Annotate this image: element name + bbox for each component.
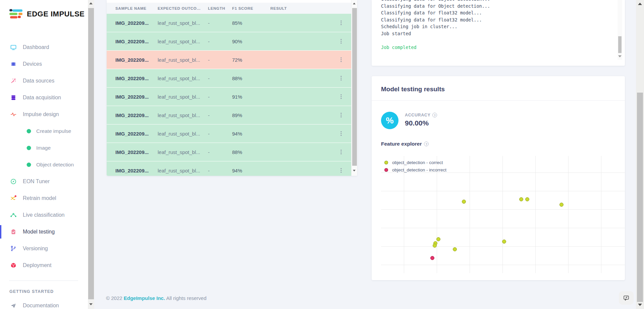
sidebar-item-data-acquisition[interactable]: Data acquisition <box>0 89 88 106</box>
results-title: Model testing results <box>381 86 445 93</box>
sidebar-item-create-impulse[interactable]: Create impulse <box>0 123 88 140</box>
sidebar-item-label: Impulse design <box>23 111 59 117</box>
table-row[interactable]: IMG_202209... leaf_rust_spot_bl... - 85% <box>107 14 351 32</box>
main-scrollbar-thumb[interactable] <box>637 93 643 302</box>
sidebar-item-data-sources[interactable]: Data sources <box>0 72 88 89</box>
table-scrollbar-thumb[interactable] <box>352 8 357 166</box>
scatter-point[interactable] <box>559 203 564 207</box>
job-log-panel: Classifying data for Object detection...… <box>372 0 625 66</box>
sidebar-scrollbar-thumb[interactable] <box>88 8 94 299</box>
row-menu-button[interactable] <box>331 19 351 26</box>
table-row[interactable]: IMG_202209... leaf_rust_spot_bl... - 88% <box>107 143 351 161</box>
sidebar-item-live-classification[interactable]: Live classification <box>0 207 88 223</box>
scroll-down-icon[interactable] <box>618 55 622 57</box>
cell-sample-name: IMG_202209... <box>115 94 158 100</box>
scroll-up-icon[interactable] <box>353 3 356 4</box>
sidebar-item-label: Dashboard <box>23 44 49 50</box>
wand-icon <box>10 78 17 84</box>
table-row[interactable]: IMG_202209... leaf_rust_spot_bl... - 94% <box>107 161 351 176</box>
scatter-point[interactable] <box>525 197 529 201</box>
cell-f1-score: 90% <box>232 39 270 44</box>
sidebar-item-label: Data sources <box>23 78 54 84</box>
col-expected-outcome: EXPECTED OUTCO... <box>158 6 208 10</box>
table-scrollbar[interactable] <box>351 0 357 176</box>
dots-v-icon <box>338 130 344 137</box>
scatter-point[interactable] <box>453 247 457 251</box>
sidebar-item-retrain-model[interactable]: Retrain model <box>0 190 88 207</box>
sidebar-item-object-detection[interactable]: Object detection <box>0 156 88 173</box>
help-icon[interactable]: ? <box>432 113 437 117</box>
cell-expected-outcome: leaf_rust_spot_bl... <box>158 94 208 100</box>
table-row[interactable]: IMG_202209... leaf_rust_spot_bl... - 89% <box>107 106 351 124</box>
main-scrollbar[interactable] <box>636 0 644 309</box>
cell-sample-name: IMG_202209... <box>115 75 158 81</box>
row-menu-button[interactable] <box>331 93 351 100</box>
scroll-up-icon[interactable] <box>89 2 93 4</box>
sidebar-item-dashboard[interactable]: Dashboard <box>0 39 88 56</box>
row-menu-button[interactable] <box>331 38 351 45</box>
table-body: IMG_202209... leaf_rust_spot_bl... - 85%… <box>107 14 351 176</box>
row-menu-button[interactable] <box>331 112 351 118</box>
sidebar-item-eon-tuner[interactable]: EON Tuner <box>0 173 88 190</box>
feature-explorer-chart[interactable]: object_detection - correct object_detect… <box>381 156 625 273</box>
cell-length: - <box>208 57 232 63</box>
cell-sample-name: IMG_202209... <box>115 20 158 26</box>
footer-company-link[interactable]: EdgeImpulse Inc. <box>124 295 165 301</box>
scatter-point[interactable] <box>433 244 437 248</box>
sidebar-item-devices[interactable]: Devices <box>0 56 88 72</box>
sidebar-item-impulse-design[interactable]: Impulse design <box>0 106 88 123</box>
sidebar-item-label: EON Tuner <box>23 178 50 185</box>
table-row[interactable]: IMG_202209... leaf_rust_spot_bl... - 72% <box>107 51 351 69</box>
col-result: RESULT <box>270 6 331 10</box>
legend-item[interactable]: object_detection - incorrect <box>384 166 446 173</box>
scroll-down-icon[interactable] <box>638 304 642 306</box>
scroll-up-icon[interactable] <box>638 3 642 5</box>
sidebar-item-documentation[interactable]: Documentation <box>0 297 88 309</box>
scatter-point[interactable] <box>519 197 523 201</box>
scatter-point[interactable] <box>430 256 434 260</box>
sidebar-item-versioning[interactable]: Versioning <box>0 240 88 257</box>
sidebar-item-label: Versioning <box>23 246 48 252</box>
sidebar-item-label: Data acquisition <box>23 95 61 101</box>
edge-impulse-logo[interactable]: EDGE IMPULSE <box>9 9 85 19</box>
compass-icon <box>10 178 17 185</box>
sidebar-item-image[interactable]: Image <box>0 140 88 156</box>
clipboard-check-icon <box>10 228 17 235</box>
cell-length: - <box>208 131 232 137</box>
chip-icon <box>10 61 17 67</box>
row-menu-button[interactable] <box>331 75 351 82</box>
row-menu-button[interactable] <box>331 130 351 137</box>
sidebar-item-label: Retrain model <box>23 195 56 201</box>
sidebar-item-label: Devices <box>23 61 42 67</box>
footer-copyright: © 2022 <box>106 295 122 301</box>
row-menu-button[interactable] <box>331 56 351 63</box>
cell-sample-name: IMG_202209... <box>115 112 158 118</box>
log-scrollbar-thumb[interactable] <box>618 36 622 53</box>
sidebar-scrollbar[interactable] <box>88 0 94 309</box>
sidebar-item-deployment[interactable]: Deployment <box>0 257 88 274</box>
feedback-button[interactable] <box>619 291 634 305</box>
table-row[interactable]: IMG_202209... leaf_rust_spot_bl... - 88% <box>107 69 351 87</box>
footer: © 2022 EdgeImpulse Inc. All rights reser… <box>106 295 207 301</box>
accuracy-value: 90.00% <box>405 119 429 127</box>
scroll-down-icon[interactable] <box>353 170 356 171</box>
cell-expected-outcome: leaf_rust_spot_bl... <box>158 131 208 137</box>
row-menu-button[interactable] <box>331 167 351 174</box>
log-scrollbar[interactable] <box>618 0 622 60</box>
help-icon[interactable]: ? <box>424 142 429 146</box>
chart-legend: object_detection - correct object_detect… <box>384 159 446 173</box>
waveform-icon <box>10 111 17 118</box>
scatter-point[interactable] <box>462 200 466 204</box>
legend-item[interactable]: object_detection - correct <box>384 159 446 166</box>
scatter-point[interactable] <box>436 237 440 241</box>
scroll-down-icon[interactable] <box>89 303 93 305</box>
table-row[interactable]: IMG_202209... leaf_rust_spot_bl... - 91% <box>107 88 351 106</box>
table-row[interactable]: IMG_202209... leaf_rust_spot_bl... - 94% <box>107 124 351 143</box>
sidebar-item-label: Documentation <box>23 303 59 309</box>
row-menu-button[interactable] <box>331 149 351 155</box>
scatter-point[interactable] <box>502 240 506 244</box>
sidebar-item-model-testing[interactable]: Model testing <box>0 223 88 240</box>
dots-v-icon <box>338 112 344 118</box>
table-row[interactable]: IMG_202209... leaf_rust_spot_bl... - 90% <box>107 32 351 50</box>
cell-f1-score: 89% <box>232 112 270 118</box>
